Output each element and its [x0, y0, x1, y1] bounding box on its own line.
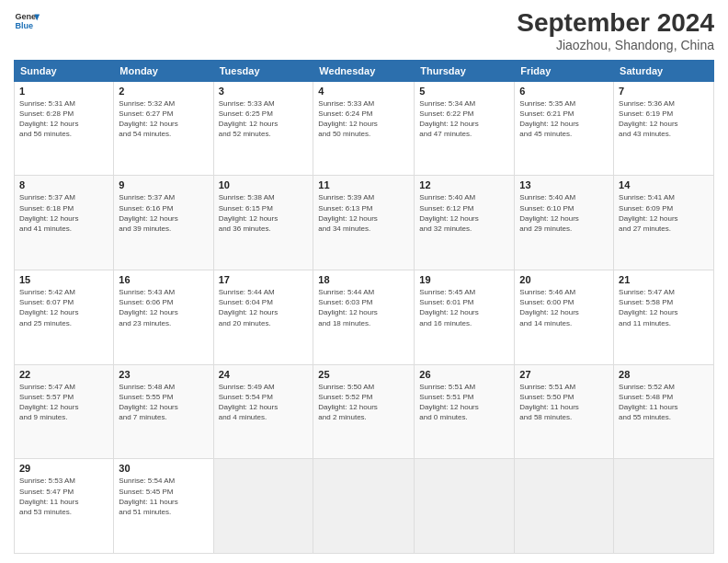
table-row: 2Sunrise: 5:32 AM Sunset: 6:27 PM Daylig… — [114, 81, 213, 176]
col-thursday: Thursday — [415, 60, 515, 81]
table-row: 30Sunrise: 5:54 AM Sunset: 5:45 PM Dayli… — [114, 459, 213, 554]
table-row: 23Sunrise: 5:48 AM Sunset: 5:55 PM Dayli… — [114, 364, 213, 459]
day-detail: Sunrise: 5:47 AM Sunset: 5:57 PM Dayligh… — [19, 382, 108, 423]
day-number: 11 — [318, 179, 409, 190]
day-detail: Sunrise: 5:51 AM Sunset: 5:50 PM Dayligh… — [519, 382, 609, 423]
calendar-week-row: 8Sunrise: 5:37 AM Sunset: 6:18 PM Daylig… — [15, 176, 714, 270]
day-detail: Sunrise: 5:54 AM Sunset: 5:45 PM Dayligh… — [119, 476, 208, 517]
table-row: 25Sunrise: 5:50 AM Sunset: 5:52 PM Dayli… — [313, 364, 415, 459]
day-number: 9 — [119, 179, 208, 190]
day-number: 5 — [419, 86, 509, 97]
day-detail: Sunrise: 5:44 AM Sunset: 6:04 PM Dayligh… — [219, 287, 309, 328]
col-friday: Friday — [515, 60, 614, 81]
day-detail: Sunrise: 5:38 AM Sunset: 6:15 PM Dayligh… — [219, 192, 309, 234]
table-row: 3Sunrise: 5:33 AM Sunset: 6:25 PM Daylig… — [213, 81, 313, 176]
day-detail: Sunrise: 5:45 AM Sunset: 6:01 PM Dayligh… — [419, 287, 509, 328]
day-detail: Sunrise: 5:42 AM Sunset: 6:07 PM Dayligh… — [19, 287, 108, 328]
day-number: 13 — [519, 179, 609, 190]
col-sunday: Sunday — [15, 60, 114, 81]
calendar-week-row: 1Sunrise: 5:31 AM Sunset: 6:28 PM Daylig… — [15, 81, 714, 176]
day-number: 28 — [619, 369, 709, 380]
header-row: Sunday Monday Tuesday Wednesday Thursday… — [15, 60, 714, 81]
day-number: 18 — [318, 274, 409, 285]
day-number: 8 — [19, 179, 108, 190]
day-number: 3 — [219, 86, 309, 97]
day-detail: Sunrise: 5:41 AM Sunset: 6:09 PM Dayligh… — [619, 192, 709, 234]
table-row: 24Sunrise: 5:49 AM Sunset: 5:54 PM Dayli… — [213, 364, 313, 459]
calendar-header: Sunday Monday Tuesday Wednesday Thursday… — [15, 60, 714, 81]
day-number: 6 — [519, 86, 609, 97]
day-number: 2 — [119, 86, 208, 97]
day-detail: Sunrise: 5:53 AM Sunset: 5:47 PM Dayligh… — [19, 476, 108, 517]
table-row: 15Sunrise: 5:42 AM Sunset: 6:07 PM Dayli… — [15, 270, 114, 365]
day-number: 14 — [619, 179, 709, 190]
day-detail: Sunrise: 5:32 AM Sunset: 6:27 PM Dayligh… — [119, 98, 208, 140]
day-number: 21 — [619, 274, 709, 285]
col-wednesday: Wednesday — [313, 60, 415, 81]
table-row: 22Sunrise: 5:47 AM Sunset: 5:57 PM Dayli… — [15, 364, 114, 459]
day-detail: Sunrise: 5:40 AM Sunset: 6:12 PM Dayligh… — [419, 192, 509, 234]
calendar-body: 1Sunrise: 5:31 AM Sunset: 6:28 PM Daylig… — [15, 81, 714, 553]
table-row: 8Sunrise: 5:37 AM Sunset: 6:18 PM Daylig… — [15, 176, 114, 270]
table-row: 12Sunrise: 5:40 AM Sunset: 6:12 PM Dayli… — [415, 176, 515, 270]
page-subtitle: Jiaozhou, Shandong, China — [517, 38, 714, 52]
table-row — [415, 459, 515, 554]
day-number: 27 — [519, 369, 609, 380]
day-number: 19 — [419, 274, 509, 285]
table-row — [213, 459, 313, 554]
table-row: 19Sunrise: 5:45 AM Sunset: 6:01 PM Dayli… — [415, 270, 515, 365]
calendar-week-row: 29Sunrise: 5:53 AM Sunset: 5:47 PM Dayli… — [15, 459, 714, 554]
table-row — [515, 459, 614, 554]
table-row: 5Sunrise: 5:34 AM Sunset: 6:22 PM Daylig… — [415, 81, 515, 176]
table-row: 29Sunrise: 5:53 AM Sunset: 5:47 PM Dayli… — [15, 459, 114, 554]
header: General Blue September 2024 Jiaozhou, Sh… — [14, 9, 714, 52]
col-tuesday: Tuesday — [213, 60, 313, 81]
day-number: 29 — [19, 463, 108, 474]
page-title: September 2024 — [517, 9, 714, 38]
day-detail: Sunrise: 5:36 AM Sunset: 6:19 PM Dayligh… — [619, 98, 709, 140]
day-number: 22 — [19, 369, 108, 380]
page: General Blue September 2024 Jiaozhou, Sh… — [0, 0, 728, 563]
calendar-week-row: 15Sunrise: 5:42 AM Sunset: 6:07 PM Dayli… — [15, 270, 714, 365]
day-detail: Sunrise: 5:52 AM Sunset: 5:48 PM Dayligh… — [619, 382, 709, 423]
table-row: 13Sunrise: 5:40 AM Sunset: 6:10 PM Dayli… — [515, 176, 614, 270]
day-number: 4 — [318, 86, 409, 97]
day-number: 25 — [318, 369, 409, 380]
col-saturday: Saturday — [614, 60, 714, 81]
day-number: 1 — [19, 86, 108, 97]
table-row: 21Sunrise: 5:47 AM Sunset: 5:58 PM Dayli… — [614, 270, 714, 365]
day-detail: Sunrise: 5:39 AM Sunset: 6:13 PM Dayligh… — [318, 192, 409, 234]
logo: General Blue — [14, 9, 40, 35]
day-number: 12 — [419, 179, 509, 190]
table-row: 1Sunrise: 5:31 AM Sunset: 6:28 PM Daylig… — [15, 81, 114, 176]
table-row: 4Sunrise: 5:33 AM Sunset: 6:24 PM Daylig… — [313, 81, 415, 176]
day-number: 20 — [519, 274, 609, 285]
day-detail: Sunrise: 5:50 AM Sunset: 5:52 PM Dayligh… — [318, 382, 409, 423]
day-detail: Sunrise: 5:44 AM Sunset: 6:03 PM Dayligh… — [318, 287, 409, 328]
day-detail: Sunrise: 5:49 AM Sunset: 5:54 PM Dayligh… — [219, 382, 309, 423]
col-monday: Monday — [114, 60, 213, 81]
table-row: 28Sunrise: 5:52 AM Sunset: 5:48 PM Dayli… — [614, 364, 714, 459]
day-detail: Sunrise: 5:33 AM Sunset: 6:24 PM Dayligh… — [318, 98, 409, 140]
table-row: 20Sunrise: 5:46 AM Sunset: 6:00 PM Dayli… — [515, 270, 614, 365]
day-detail: Sunrise: 5:51 AM Sunset: 5:51 PM Dayligh… — [419, 382, 509, 423]
day-detail: Sunrise: 5:33 AM Sunset: 6:25 PM Dayligh… — [219, 98, 309, 140]
table-row — [614, 459, 714, 554]
table-row: 16Sunrise: 5:43 AM Sunset: 6:06 PM Dayli… — [114, 270, 213, 365]
table-row: 7Sunrise: 5:36 AM Sunset: 6:19 PM Daylig… — [614, 81, 714, 176]
day-detail: Sunrise: 5:31 AM Sunset: 6:28 PM Dayligh… — [19, 98, 108, 140]
day-detail: Sunrise: 5:37 AM Sunset: 6:18 PM Dayligh… — [19, 192, 108, 234]
day-detail: Sunrise: 5:43 AM Sunset: 6:06 PM Dayligh… — [119, 287, 208, 328]
day-detail: Sunrise: 5:47 AM Sunset: 5:58 PM Dayligh… — [619, 287, 709, 328]
day-number: 10 — [219, 179, 309, 190]
day-detail: Sunrise: 5:46 AM Sunset: 6:00 PM Dayligh… — [519, 287, 609, 328]
day-number: 23 — [119, 369, 208, 380]
day-number: 16 — [119, 274, 208, 285]
table-row: 27Sunrise: 5:51 AM Sunset: 5:50 PM Dayli… — [515, 364, 614, 459]
day-number: 15 — [19, 274, 108, 285]
day-number: 7 — [619, 86, 709, 97]
day-detail: Sunrise: 5:34 AM Sunset: 6:22 PM Dayligh… — [419, 98, 509, 140]
title-block: September 2024 Jiaozhou, Shandong, China — [517, 9, 714, 52]
day-detail: Sunrise: 5:40 AM Sunset: 6:10 PM Dayligh… — [519, 192, 609, 234]
table-row — [313, 459, 415, 554]
